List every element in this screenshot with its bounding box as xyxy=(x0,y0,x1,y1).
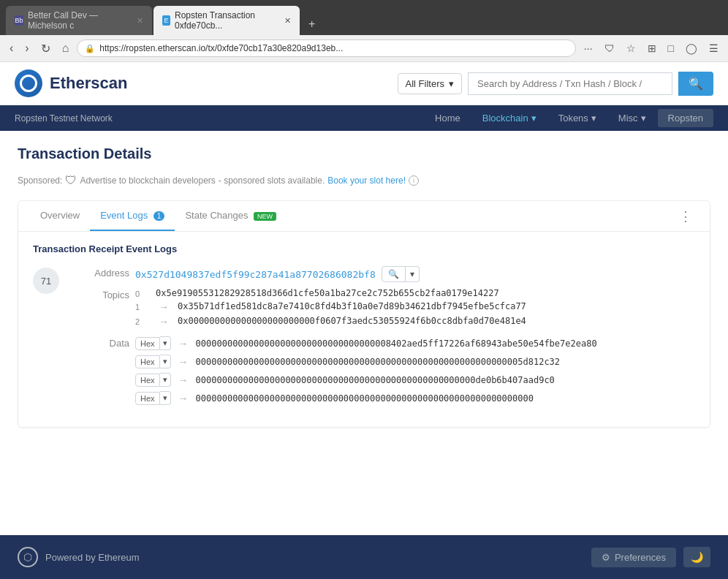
address-bar[interactable]: 🔒 https://ropsten.etherscan.io/tx/0xfde7… xyxy=(77,39,576,57)
ethereum-glyph: ⬡ xyxy=(23,551,32,563)
footer-right: ⚙ Preferences 🌙 xyxy=(591,547,710,567)
security-icon: 🔒 xyxy=(85,44,95,53)
hex-select-3[interactable]: Hex xyxy=(135,392,160,405)
browser-tabs: Bb Better Call Dev — Michelson c ✕ E Rop… xyxy=(6,6,722,35)
nav-blockchain-label: Blockchain xyxy=(482,113,528,124)
address-dropdown-button[interactable]: ▾ xyxy=(406,266,420,282)
hex-dropdown-2[interactable]: ▾ xyxy=(160,373,171,387)
nav-link-blockchain[interactable]: Blockchain ▾ xyxy=(472,105,547,131)
bookmark-icon[interactable]: 🛡 xyxy=(601,41,618,56)
topic-arrow-1: → xyxy=(159,301,169,313)
topic-value-2: 0x000000000000000000000000f0607f3aedc530… xyxy=(178,316,526,326)
preferences-icon: ⚙ xyxy=(602,552,610,563)
hex-select-1[interactable]: Hex xyxy=(135,355,160,368)
event-logs-badge: 1 xyxy=(153,211,165,221)
hex-group-0: Hex ▾ xyxy=(135,336,171,350)
address-value-container: 0x527d1049837edf5f99c287a41a87702686082b… xyxy=(135,266,695,282)
card-menu-button[interactable]: ⋮ xyxy=(673,203,698,230)
data-row-2: Hex ▾ → 00000000000000000000000000000000… xyxy=(135,373,695,387)
tab-favicon-2: E xyxy=(162,15,170,26)
main-card: Overview Event Logs 1 State Changes NEW … xyxy=(18,200,710,428)
data-value-2: 0000000000000000000000000000000000000000… xyxy=(196,375,555,385)
browser-chrome: Bb Better Call Dev — Michelson c ✕ E Rop… xyxy=(0,0,728,35)
address-search-button[interactable]: 🔍 xyxy=(382,266,406,282)
search-input[interactable] xyxy=(468,72,672,95)
tab-better-call-dev[interactable]: Bb Better Call Dev — Michelson c ✕ xyxy=(6,6,152,35)
tab-close-1[interactable]: ✕ xyxy=(137,16,143,26)
tab-event-logs[interactable]: Event Logs 1 xyxy=(90,201,175,231)
hex-dropdown-3[interactable]: ▾ xyxy=(160,391,171,405)
hex-dropdown-0[interactable]: ▾ xyxy=(160,336,171,350)
nav-home-label: Home xyxy=(435,113,460,124)
pocket-icon[interactable]: □ xyxy=(664,41,678,56)
data-arrow-2: → xyxy=(178,374,189,386)
sponsored-prefix: Sponsored: xyxy=(18,175,62,186)
site-header: Etherscan All Filters ▾ 🔍 xyxy=(0,62,728,105)
topic-index-1: 1 xyxy=(135,301,150,311)
tab-overview[interactable]: Overview xyxy=(30,201,90,231)
search-button[interactable]: 🔍 xyxy=(678,72,713,96)
tab-label-2: Ropsten Transaction 0xfde70cb... xyxy=(175,10,277,31)
address-link[interactable]: 0x527d1049837edf5f99c287a41a87702686082b… xyxy=(135,269,376,280)
topic-arrow-2: → xyxy=(159,316,169,328)
hamburger-menu[interactable]: ☰ xyxy=(705,41,722,56)
reload-button[interactable]: ↻ xyxy=(37,40,54,57)
topic-value-1: 0x35b71df1ed581dc8a7e7410c8fd4b3f10a0e7d… xyxy=(178,301,526,311)
log-index: 71 xyxy=(33,268,59,294)
preferences-label: Preferences xyxy=(615,552,666,563)
nav-link-misc[interactable]: Misc ▾ xyxy=(608,105,656,131)
library-icon[interactable]: ⊞ xyxy=(644,41,660,56)
data-row-1: Hex ▾ → 00000000000000000000000000000000… xyxy=(135,355,695,368)
footer-logo-area: ⬡ Powered by Ethereum xyxy=(18,547,140,567)
topic-value-0: 0x5e91905531282928518d366d1cfe50a1ba27ce… xyxy=(156,288,499,298)
tab-close-2[interactable]: ✕ xyxy=(284,16,291,26)
log-content: Address 0x527d1049837edf5f99c287a41a8770… xyxy=(71,266,695,415)
home-button[interactable]: ⌂ xyxy=(58,40,73,56)
logo-area: Etherscan xyxy=(15,69,127,97)
tab-event-logs-label: Event Logs xyxy=(100,210,148,221)
browser-toolbar: ‹ › ↻ ⌂ 🔒 https://ropsten.etherscan.io/t… xyxy=(0,35,728,62)
header-right: All Filters ▾ 🔍 xyxy=(398,72,713,96)
hex-select-0[interactable]: Hex xyxy=(135,337,160,350)
hex-dropdown-1[interactable]: ▾ xyxy=(160,355,171,368)
topics-row: Topics 0 0x5e91905531282928518d366d1cfe5… xyxy=(71,288,695,330)
logo-text: Etherscan xyxy=(50,74,127,93)
tab-ropsten-tx[interactable]: E Ropsten Transaction 0xfde70cb... ✕ xyxy=(153,6,300,35)
preferences-button[interactable]: ⚙ Preferences xyxy=(591,548,676,567)
data-row-container: Data Hex ▾ → xyxy=(71,336,695,409)
section-title: Transaction Receipt Event Logs xyxy=(33,243,695,254)
data-value-0: 0000000000000000000000000000000000008402… xyxy=(196,338,597,349)
address-text: https://ropsten.etherscan.io/tx/0xfde70c… xyxy=(99,43,568,53)
nav-bar: Ropsten Testnet Network Home Blockchain … xyxy=(0,105,728,131)
data-arrow-0: → xyxy=(178,338,189,349)
back-button[interactable]: ‹ xyxy=(6,40,17,56)
data-value-3: 0000000000000000000000000000000000000000… xyxy=(196,393,534,404)
sponsored-text: Advertise to blockchain developers xyxy=(80,175,215,186)
address-label: Address xyxy=(71,266,129,279)
hex-group-3: Hex ▾ xyxy=(135,391,171,405)
card-body: Transaction Receipt Event Logs 71 Addres… xyxy=(18,232,710,427)
tab-overview-label: Overview xyxy=(40,210,80,221)
new-tab-button[interactable]: + xyxy=(301,13,322,35)
forward-button[interactable]: › xyxy=(21,40,32,56)
nav-link-home[interactable]: Home xyxy=(425,105,471,131)
sponsored-link[interactable]: Book your slot here! xyxy=(327,175,406,186)
nav-tokens-arrow: ▾ xyxy=(591,113,596,124)
info-icon[interactable]: i xyxy=(409,175,419,186)
sponsor-icon: 🛡 xyxy=(65,174,77,187)
hex-select-2[interactable]: Hex xyxy=(135,374,160,387)
star-icon[interactable]: ☆ xyxy=(623,41,640,56)
more-button[interactable]: ··· xyxy=(580,41,596,56)
network-button[interactable]: Ropsten xyxy=(658,109,713,127)
moon-icon: 🌙 xyxy=(691,551,703,563)
dark-mode-button[interactable]: 🌙 xyxy=(683,547,710,567)
account-icon[interactable]: ◯ xyxy=(682,41,701,56)
site-footer: ⬡ Powered by Ethereum ⚙ Preferences 🌙 xyxy=(0,535,728,579)
nav-link-tokens[interactable]: Tokens ▾ xyxy=(548,105,607,131)
filter-label: All Filters xyxy=(406,78,444,89)
data-arrow-3: → xyxy=(178,393,189,404)
nav-tokens-label: Tokens xyxy=(558,113,588,124)
data-arrow-1: → xyxy=(178,356,189,368)
tab-state-changes[interactable]: State Changes NEW xyxy=(175,201,287,231)
filter-select[interactable]: All Filters ▾ xyxy=(398,73,462,94)
